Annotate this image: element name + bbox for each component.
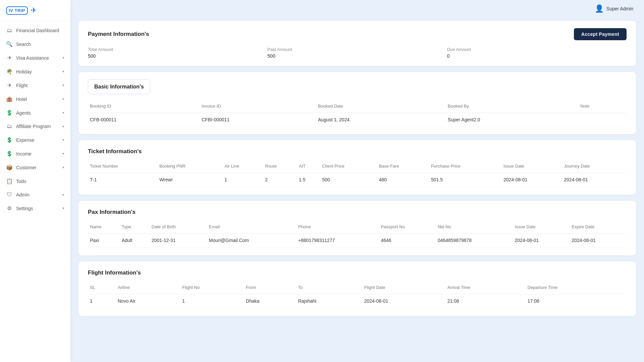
ticket-th: Route xyxy=(263,161,297,173)
basic-info-td-3: Super Agent2.0 xyxy=(446,113,578,127)
payment-field-1: Paid Amount500 xyxy=(267,47,447,59)
sidebar-chevron-holiday: ▾ xyxy=(62,69,64,74)
sidebar-label-settings: Settings xyxy=(16,206,33,211)
ticket-th: Ticket Number xyxy=(88,161,157,173)
sidebar-item-customer[interactable]: 📦Customer▾ xyxy=(0,161,70,174)
payment-label-0: Total Amount xyxy=(88,47,267,52)
flight-table: SLAirlineFlight NoFromToFlight DateArriv… xyxy=(88,282,627,308)
sidebar-chevron-admin: ▾ xyxy=(62,193,64,197)
sidebar: IV TRIP ✈ 🗂Financial Dashboard🔍Search✈Vi… xyxy=(0,0,70,362)
sidebar-item-todo[interactable]: 📋Todo xyxy=(0,174,70,188)
ticket-tbody: T-1Wrewr121.5500480501.52024-08-012024-0… xyxy=(88,173,627,187)
basic-info-td-0: CFB-000011 xyxy=(88,113,200,127)
main-area: 👤 Super Admin Payment Information's Acce… xyxy=(70,0,644,362)
pax-td-8: 2024-08-01 xyxy=(570,234,627,247)
sidebar-item-income[interactable]: 💲Income▾ xyxy=(0,147,70,161)
sidebar-label-todo: Todo xyxy=(16,179,26,184)
payment-fields: Total Amount500Paid Amount500Due Amount0 xyxy=(88,47,627,59)
logo-text: IV TRIP xyxy=(6,6,28,15)
sidebar-label-hotel: Hotel xyxy=(16,97,27,102)
pax-header-row: NameTypeDate of BirthEmailPhonePassport … xyxy=(88,222,627,234)
basic-info-title: Basic Information's xyxy=(94,84,144,89)
basic-info-data-row: CFB-000011CFBI-000011August 1, 2024Super… xyxy=(88,113,627,127)
flight-info-title: Flight Information's xyxy=(88,269,141,276)
topbar: 👤 Super Admin xyxy=(70,0,644,17)
sidebar-item-hotel[interactable]: 🏨Hotel▾ xyxy=(0,92,70,106)
ticket-th: Issue Date xyxy=(501,161,562,173)
accept-payment-button[interactable]: Accept Payment xyxy=(574,28,627,40)
payment-value-0: 500 xyxy=(88,53,267,59)
sidebar-item-visa-assistance[interactable]: ✈Visa Assistance▾ xyxy=(0,51,70,65)
flight-td-4: Rajshahi xyxy=(296,294,362,308)
flight-th: Departure Time xyxy=(526,282,627,294)
flight-td-1: Novo Air xyxy=(116,294,180,308)
sidebar-item-affiliate-program[interactable]: 🗂Affiliate Program▾ xyxy=(0,120,70,133)
basic-info-td-2: August 1, 2024 xyxy=(316,113,446,127)
pax-header: Pax Information's xyxy=(88,209,627,216)
pax-th: Name xyxy=(88,222,120,234)
ticket-th: Booking PNR xyxy=(157,161,222,173)
basic-info-th: Note xyxy=(578,101,627,113)
sidebar-icon-hotel: 🏨 xyxy=(6,96,13,102)
flight-th: Flight No xyxy=(180,282,244,294)
sidebar-icon-search: 🔍 xyxy=(6,41,13,47)
flight-th: From xyxy=(244,282,296,294)
user-label: Super Admin xyxy=(606,6,633,11)
sidebar-label-flight: Flight xyxy=(16,83,28,88)
sidebar-item-expense[interactable]: 💲Expense▾ xyxy=(0,133,70,147)
flight-td-5: 2024-08-01 xyxy=(362,294,445,308)
pax-th: Date of Birth xyxy=(150,222,207,234)
sidebar-icon-income: 💲 xyxy=(6,150,13,157)
sidebar-label-search: Search xyxy=(16,42,31,47)
ticket-th: Purchase Price xyxy=(429,161,501,173)
flight-td-3: Dhaka xyxy=(244,294,296,308)
logo: IV TRIP ✈ xyxy=(0,0,70,21)
basic-info-header-row: Booking IDInvoice IDBooked DateBooked By… xyxy=(88,101,627,113)
sidebar-item-settings[interactable]: ⚙Settings▾ xyxy=(0,201,70,215)
sidebar-chevron-visa-assistance: ▾ xyxy=(62,56,64,60)
sidebar-label-admin: Admin xyxy=(16,192,30,197)
sidebar-nav: 🗂Financial Dashboard🔍Search✈Visa Assista… xyxy=(0,24,70,355)
sidebar-item-search[interactable]: 🔍Search xyxy=(0,37,70,51)
ticket-th: Journey Date xyxy=(562,161,627,173)
payment-card: Payment Information's Accept Payment Tot… xyxy=(78,21,636,66)
ticket-td-7: 501.5 xyxy=(429,173,501,187)
flight-td-2: 1 xyxy=(180,294,244,308)
table-row: 1Novo Air1DhakaRajshahi2024-08-0121:0817… xyxy=(88,294,627,308)
ticket-th: Base Fare xyxy=(377,161,429,173)
sidebar-icon-customer: 📦 xyxy=(6,164,13,171)
flight-td-7: 17:08 xyxy=(526,294,627,308)
payment-value-2: 0 xyxy=(447,53,627,59)
ticket-th: Client Price xyxy=(320,161,377,173)
sidebar-icon-settings: ⚙ xyxy=(6,205,13,212)
sidebar-item-agents[interactable]: 💲Agents▾ xyxy=(0,106,70,120)
pax-tbody: PaxiAdult2001-12-31Mouri@Gmail.Com+88017… xyxy=(88,234,627,247)
basic-info-table: Booking IDInvoice IDBooked DateBooked By… xyxy=(88,101,627,127)
pax-card: Pax Information's NameTypeDate of BirthE… xyxy=(78,201,636,255)
sidebar-item-admin[interactable]: 🛡Admin▾ xyxy=(0,188,70,201)
pax-th: Passport No xyxy=(379,222,436,234)
table-row: PaxiAdult2001-12-31Mouri@Gmail.Com+88017… xyxy=(88,234,627,247)
sidebar-label-financial-dashboard: Financial Dashboard xyxy=(16,28,59,33)
pax-td-1: Adult xyxy=(120,234,150,247)
sidebar-chevron-expense: ▾ xyxy=(62,138,64,142)
sidebar-icon-holiday: 🌴 xyxy=(6,68,13,75)
logo-plane-icon: ✈ xyxy=(31,6,37,15)
ticket-th: Air Line xyxy=(222,161,263,173)
payment-field-0: Total Amount500 xyxy=(88,47,267,59)
sidebar-chevron-settings: ▾ xyxy=(62,206,64,210)
sidebar-item-holiday[interactable]: 🌴Holiday▾ xyxy=(0,65,70,78)
ticket-td-8: 2024-08-01 xyxy=(501,173,562,187)
basic-info-th: Invoice ID xyxy=(200,101,316,113)
basic-info-card: Basic Information's Booking IDInvoice ID… xyxy=(78,72,636,134)
ticket-header: Ticket Information's xyxy=(88,148,627,155)
sidebar-label-visa-assistance: Visa Assistance xyxy=(16,55,49,61)
pax-th: Issue Date xyxy=(513,222,570,234)
flight-td-6: 21:08 xyxy=(445,294,526,308)
pax-td-2: 2001-12-31 xyxy=(150,234,207,247)
flight-th: To xyxy=(296,282,362,294)
basic-info-th: Booked Date xyxy=(316,101,446,113)
pax-td-4: +8801798311277 xyxy=(296,234,379,247)
sidebar-item-financial-dashboard[interactable]: 🗂Financial Dashboard xyxy=(0,24,70,37)
sidebar-item-flight[interactable]: ✈Flight▾ xyxy=(0,78,70,92)
